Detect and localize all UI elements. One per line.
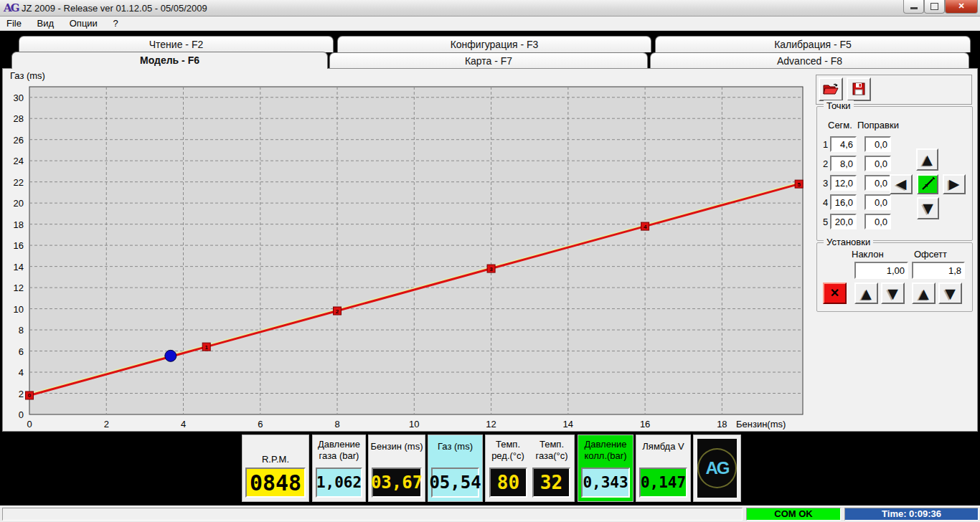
svg-text:2: 2	[19, 389, 24, 399]
gas-pressure-value: 1,062	[316, 468, 362, 498]
offset-up-icon: ▲	[918, 285, 929, 301]
slope-input[interactable]	[854, 262, 908, 279]
petrol-ms-value: 03,67	[372, 468, 422, 498]
correction-input-5[interactable]	[864, 214, 891, 229]
svg-text:8: 8	[19, 325, 24, 336]
offset-down-button[interactable]: ▼	[938, 283, 962, 304]
svg-text:8: 8	[334, 419, 339, 430]
correction-input-3[interactable]	[864, 175, 891, 191]
menu-file[interactable]: File	[0, 16, 28, 30]
diagonal-scale-icon	[920, 177, 935, 191]
svg-text:20: 20	[14, 198, 24, 209]
svg-text:1: 1	[204, 344, 208, 351]
svg-text:6: 6	[19, 346, 24, 357]
temp-gas-value: 32	[532, 468, 570, 498]
scale-mode-button[interactable]	[917, 174, 938, 194]
svg-text:24: 24	[14, 156, 24, 166]
svg-text:6: 6	[258, 419, 263, 430]
svg-text:18: 18	[717, 419, 727, 430]
move-right-button[interactable]: ▶	[943, 174, 966, 194]
tab-reading-f2[interactable]: Чтение - F2	[19, 36, 334, 52]
gauge-coll-pressure: Давлениеколл.(bar) 0,343	[578, 435, 633, 502]
close-icon: ✕	[958, 1, 964, 10]
segment-input-2[interactable]	[830, 156, 857, 171]
model-tab-panel: 0246810121416182022242628300246810121416…	[2, 68, 978, 432]
com-status-badge: COM OK	[746, 508, 841, 521]
segment-input-3[interactable]	[830, 175, 857, 191]
title-bar: AG JZ 2009 - Release ver 01.12.05 - 05/0…	[0, 0, 980, 16]
tab-advanced-f8[interactable]: Advanced - F8	[650, 52, 969, 69]
gauge-gas-pressure: Давлениегаза (bar) 1,062	[312, 435, 366, 502]
svg-text:0: 0	[19, 409, 24, 420]
app-logo-icon: AG	[4, 1, 18, 14]
svg-text:18: 18	[14, 219, 24, 230]
segment-input-5[interactable]	[830, 214, 857, 229]
tab-config-f3[interactable]: Конфигурация - F3	[337, 36, 651, 52]
slope-up-button[interactable]: ▲	[854, 283, 878, 304]
svg-text:14: 14	[563, 419, 573, 430]
status-message	[2, 508, 743, 521]
svg-text:0: 0	[28, 392, 32, 399]
minimize-icon	[910, 7, 918, 9]
move-left-button[interactable]: ◀	[890, 174, 913, 194]
gauge-petrol-ms: Бензин (ms) 03,67	[368, 435, 425, 502]
gas-petrol-model-chart[interactable]: 0246810121416182022242628300246810121416…	[3, 69, 814, 430]
menu-bar: File Вид Опции ?	[0, 16, 980, 31]
session-time: Time: 0:09:36	[844, 508, 979, 521]
gauge-gas-ms: Газ (ms) 05,54	[428, 435, 483, 502]
svg-text:10: 10	[14, 304, 24, 315]
svg-text:22: 22	[14, 177, 24, 188]
left-arrow-icon: ◀	[896, 176, 907, 191]
point-row-number-5: 5	[823, 217, 828, 227]
save-file-button[interactable]	[847, 77, 871, 101]
menu-help[interactable]: ?	[106, 16, 124, 30]
tab-calibration-f5[interactable]: Калибрация - F5	[655, 36, 971, 52]
menu-view[interactable]: Вид	[31, 16, 61, 30]
svg-text:12: 12	[14, 283, 24, 293]
lambda-value: 0,147	[639, 468, 687, 498]
brand-logo-panel: AG	[693, 435, 741, 502]
svg-text:3: 3	[489, 266, 493, 272]
settings-group: Установки Наклон Офсетт ✕ ▲ ▼ ▲ ▼	[816, 242, 973, 312]
points-group-title: Точки	[824, 100, 854, 111]
slope-up-icon: ▲	[861, 285, 872, 301]
svg-text:10: 10	[409, 419, 419, 430]
coll-pressure-value: 0,343	[581, 468, 630, 498]
slope-label: Наклон	[852, 249, 884, 260]
slope-down-button[interactable]: ▼	[881, 283, 905, 304]
svg-text:4: 4	[181, 419, 186, 430]
correction-input-2[interactable]	[864, 156, 891, 171]
gas-pressure-label: Давлениегаза (bar)	[313, 439, 365, 462]
minimize-button[interactable]	[903, 0, 924, 14]
temp-reducer-label: Темп.ред.(°c)	[487, 439, 529, 462]
svg-text:5: 5	[797, 181, 801, 188]
menu-options[interactable]: Опции	[63, 16, 104, 30]
gas-ms-label: Газ (ms)	[428, 441, 482, 452]
status-bar: COM OK Time: 0:09:36	[0, 506, 980, 522]
temp-reducer-value: 80	[489, 468, 527, 498]
offset-input[interactable]	[912, 262, 965, 279]
move-down-button[interactable]: ▼	[917, 197, 939, 219]
tab-map-f7[interactable]: Карта - F7	[329, 52, 648, 69]
segment-input-1[interactable]	[830, 136, 857, 152]
right-arrow-icon: ▶	[949, 176, 960, 191]
segment-input-4[interactable]	[830, 194, 857, 210]
correction-input-4[interactable]	[864, 194, 891, 210]
svg-text:26: 26	[14, 135, 24, 146]
move-up-button[interactable]: ▲	[916, 148, 938, 171]
open-file-button[interactable]	[819, 77, 843, 101]
point-row-number-4: 4	[823, 197, 828, 208]
temp-gas-label: Темп.газа(°c)	[531, 439, 573, 462]
up-arrow-icon: ▲	[922, 151, 933, 167]
slope-down-icon: ▼	[887, 285, 898, 301]
svg-text:14: 14	[14, 262, 24, 272]
tab-model-f6[interactable]: Модель - F6	[11, 52, 328, 69]
correction-input-1[interactable]	[864, 136, 891, 152]
offset-up-button[interactable]: ▲	[912, 283, 936, 304]
close-button[interactable]: ✕	[945, 0, 978, 14]
restore-icon	[930, 3, 938, 10]
reset-button[interactable]: ✕	[823, 283, 847, 304]
restore-button[interactable]	[924, 0, 945, 14]
offset-label: Офсетт	[914, 249, 947, 260]
svg-text:Бензин(ms): Бензин(ms)	[736, 419, 786, 430]
